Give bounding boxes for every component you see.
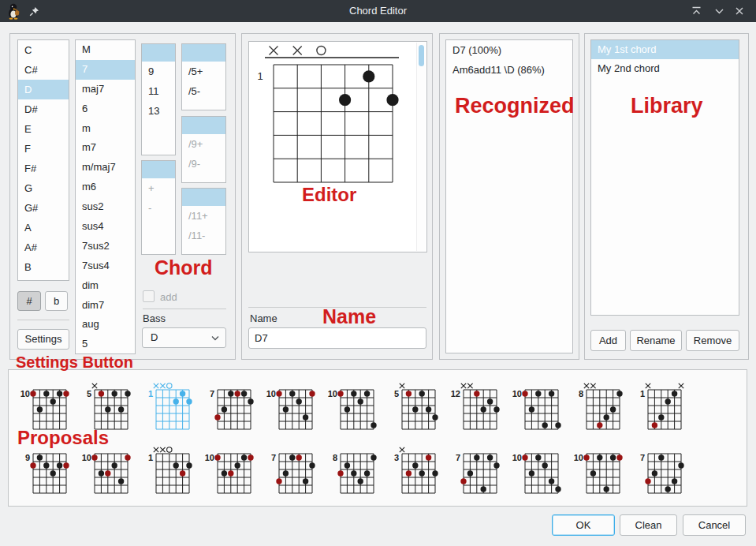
selected-blank-row [142, 161, 175, 178]
close-icon[interactable] [732, 0, 747, 22]
chord-proposal[interactable]: 10 [501, 443, 563, 503]
quality-item[interactable]: 7sus2 [76, 237, 135, 256]
svg-text:1: 1 [640, 389, 645, 398]
degree-item[interactable]: 13 [142, 101, 175, 121]
quality-item[interactable]: sus2 [76, 197, 135, 217]
fretboard-diagram[interactable]: 1 [249, 42, 419, 200]
add-checkbox[interactable] [143, 290, 155, 302]
cancel-button[interactable]: Cancel [683, 514, 746, 536]
settings-button[interactable]: Settings [17, 329, 69, 350]
altered-5th-list[interactable]: /5+/5- [181, 43, 226, 110]
chord-proposal[interactable]: 8 [317, 443, 378, 503]
chord-quality-list[interactable]: M7maj76mm7m/maj7m6sus2sus47sus27sus4dimd… [75, 39, 136, 354]
chord-proposal[interactable]: 10 [501, 379, 563, 439]
quality-item[interactable]: m6 [76, 178, 135, 197]
fretboard-editor[interactable]: 1 [248, 41, 427, 252]
rename-button[interactable]: Rename [630, 330, 682, 351]
flat-toggle-button[interactable]: b [45, 291, 68, 311]
window-title: Chord Editor [0, 0, 756, 22]
chord-proposal[interactable]: 10 [194, 443, 255, 503]
svg-text:5: 5 [394, 389, 399, 398]
recognized-chords-list[interactable]: D7 (100%)Am6add11 \D (86%) [445, 39, 573, 353]
note-item[interactable]: G [18, 178, 69, 198]
quality-item[interactable]: sus4 [76, 217, 135, 237]
note-item[interactable]: C# [18, 60, 69, 80]
note-item[interactable]: A [18, 218, 69, 237]
svg-text:7: 7 [271, 453, 276, 462]
quality-item[interactable]: dim [76, 276, 135, 296]
chord-proposal[interactable]: 8 [563, 379, 624, 439]
library-item[interactable]: My 2nd chord [591, 59, 739, 78]
chord-proposal[interactable]: 10 [563, 443, 624, 503]
quality-item[interactable]: 7sus4 [76, 256, 135, 276]
recognized-item[interactable]: D7 (100%) [446, 40, 572, 60]
svg-text:12: 12 [451, 389, 460, 398]
chord-name-input[interactable] [248, 327, 426, 349]
quality-item[interactable]: m7 [76, 138, 135, 158]
alt5-item[interactable]: /5+ [182, 62, 225, 81]
chord-proposal[interactable]: 10 [71, 443, 132, 503]
svg-text:1: 1 [148, 453, 153, 462]
plus-minus-item: - [142, 198, 175, 218]
chord-proposal[interactable]: 5 [378, 379, 440, 439]
svg-text:3: 3 [394, 453, 399, 462]
quality-item[interactable]: 7 [76, 60, 135, 80]
bass-label: Bass [143, 312, 166, 324]
root-note-list[interactable]: CC#DD#EFF#GG#AA#B [17, 39, 69, 281]
remove-button[interactable]: Remove [686, 330, 739, 351]
keep-above-icon[interactable] [689, 0, 703, 22]
note-item[interactable]: B [18, 257, 69, 277]
note-item[interactable]: G# [18, 198, 69, 218]
svg-text:7: 7 [210, 389, 214, 398]
quality-item[interactable]: 6 [76, 99, 135, 119]
recognized-item[interactable]: Am6add11 \D (86%) [446, 60, 572, 80]
chord-proposal[interactable]: 1 [624, 379, 686, 439]
quality-item[interactable]: m [76, 119, 135, 139]
chord-proposal[interactable]: 9 [9, 443, 71, 503]
svg-text:10: 10 [82, 453, 91, 462]
sharp-toggle-button[interactable]: # [17, 291, 41, 311]
chord-proposal[interactable]: 3 [378, 443, 440, 503]
minimize-icon[interactable] [712, 0, 726, 22]
scrollbar-thumb[interactable] [419, 45, 424, 66]
chord-proposal[interactable]: 7 [194, 379, 255, 439]
quality-item[interactable]: maj7 [76, 80, 135, 99]
note-item[interactable]: C [18, 40, 69, 60]
degree-item[interactable]: 9 [142, 62, 175, 81]
chord-proposal[interactable]: 10 [317, 379, 378, 439]
note-item[interactable]: D# [18, 99, 69, 119]
library-item[interactable]: My 1st chord [591, 40, 739, 59]
divider [17, 320, 69, 320]
note-item[interactable]: F# [18, 159, 69, 178]
note-item[interactable]: F [18, 139, 69, 159]
bass-dropdown[interactable]: D [142, 327, 226, 348]
add-button[interactable]: Add [590, 330, 626, 351]
quality-item[interactable]: m/maj7 [76, 158, 135, 178]
chord-proposal[interactable]: 7 [624, 443, 686, 503]
chord-proposal[interactable]: 7 [255, 443, 317, 503]
degree-list[interactable]: 91113 [141, 43, 176, 155]
note-item[interactable]: D [18, 80, 69, 99]
svg-text:8: 8 [579, 389, 583, 398]
degree-item[interactable]: 11 [142, 81, 175, 101]
svg-text:9: 9 [25, 453, 30, 462]
chord-proposal[interactable]: 10 [255, 379, 317, 439]
quality-item[interactable]: 5 [76, 335, 135, 354]
selected-blank-row [182, 117, 225, 134]
chord-proposal[interactable]: 1 [132, 443, 194, 503]
note-item[interactable]: E [18, 119, 69, 139]
quality-item[interactable]: dim7 [76, 296, 135, 316]
alt5-item[interactable]: /5- [182, 81, 225, 101]
chord-proposal[interactable]: 12 [440, 379, 501, 439]
chord-proposal-selected[interactable]: 1 [132, 379, 194, 439]
quality-item[interactable]: M [76, 40, 135, 60]
ok-button[interactable]: OK [552, 514, 615, 536]
selected-blank-row[interactable] [142, 44, 175, 62]
selected-blank-row[interactable] [182, 44, 225, 62]
library-list[interactable]: My 1st chordMy 2nd chord [590, 39, 739, 316]
quality-item[interactable]: aug [76, 315, 135, 335]
clean-button[interactable]: Clean [620, 514, 677, 536]
editor-scrollbar[interactable] [416, 43, 426, 251]
note-item[interactable]: A# [18, 237, 69, 257]
chord-proposal[interactable]: 7 [440, 443, 501, 503]
